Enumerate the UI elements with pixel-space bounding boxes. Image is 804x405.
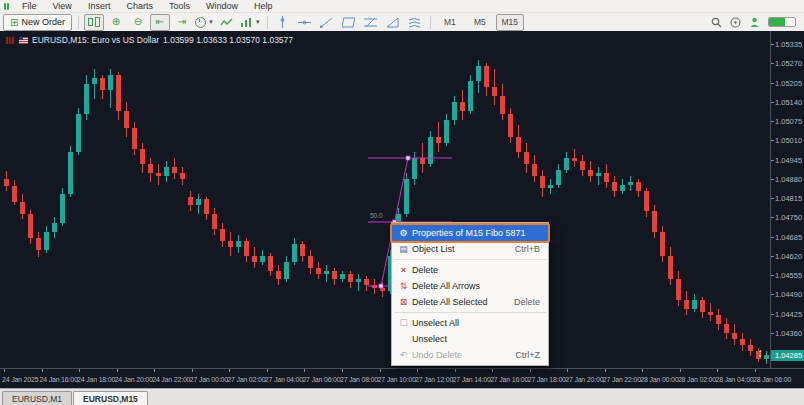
chart-tab-eurusd-m15[interactable]: EURUSD,M15	[73, 391, 148, 405]
chevron-down-icon: ▼	[255, 19, 261, 25]
timeframe-m1-button[interactable]: M1	[436, 14, 464, 31]
context-menu-item-delete-all-selected[interactable]: ⊠Delete All SelectedDelete	[392, 294, 548, 310]
fibonacci-icon	[364, 17, 377, 28]
time-label: 27 Jan 12:00	[415, 376, 453, 383]
clock-icon	[195, 17, 206, 28]
price-label: 1.04815	[775, 194, 802, 203]
equidistant-channel-tool-button[interactable]	[339, 14, 359, 31]
menu-file[interactable]: File	[14, 0, 45, 12]
menu-item-label: Unselect	[412, 334, 447, 344]
svg-text:50.0: 50.0	[370, 212, 383, 219]
context-menu-item-unselect-all[interactable]: ☐Unselect All	[392, 315, 548, 331]
time-label: 27 Jan 22:00	[603, 376, 641, 383]
crosshair-icon	[277, 16, 288, 28]
delete-icon: ×	[395, 265, 412, 275]
time-tick	[717, 369, 718, 372]
zoom-out-button[interactable]: ⊖	[128, 14, 148, 31]
time-label: 27 Jan 00:00	[190, 376, 228, 383]
mt5-logo-icon	[4, 3, 9, 10]
fibonacci-tool-button[interactable]	[361, 14, 381, 31]
delete-all-selected-icon: ⊠	[395, 297, 412, 307]
price-label: 1.04490	[775, 290, 802, 299]
time-tick	[267, 369, 268, 372]
price-tick	[771, 256, 774, 257]
mt5-window: { "menu_bar": { "items": ["File","View",…	[0, 0, 804, 405]
menu-window[interactable]: Window	[198, 0, 246, 12]
community-icon[interactable]	[749, 17, 760, 28]
menu-item-label: Delete All Selected	[412, 297, 488, 307]
time-axis[interactable]: 24 Jan 202524 Jan 16:0024 Jan 18:0024 Ja…	[0, 368, 804, 388]
object-list-icon: ▤	[395, 244, 412, 254]
menu-tools[interactable]: Tools	[161, 0, 198, 12]
time-tick	[154, 369, 155, 372]
menu-help[interactable]: Help	[246, 0, 281, 12]
trendline-tool-button[interactable]	[317, 14, 337, 31]
time-label: 27 Jan 16:00	[490, 376, 528, 383]
context-menu-item-object-list[interactable]: ▤Object ListCtrl+B	[392, 241, 548, 257]
zoom-out-icon: ⊖	[134, 17, 142, 27]
context-menu-item-delete-all-arrows[interactable]: ⇅Delete All Arrows	[392, 278, 548, 294]
timeframe-m5-button[interactable]: M5	[466, 14, 494, 31]
elliott-waves-tool-button[interactable]	[405, 14, 425, 31]
triangle-tool-button[interactable]	[383, 14, 403, 31]
time-tick	[342, 369, 343, 372]
menu-item-label: Properties of M15 Fibo 5871	[412, 228, 526, 238]
period-clock-button[interactable]: ▼	[194, 14, 215, 31]
new-order-button[interactable]: ⊞ New Order	[3, 14, 72, 31]
time-tick	[42, 369, 43, 372]
help-icon[interactable]	[730, 17, 741, 28]
time-label: 27 Jan 02:00	[227, 376, 265, 383]
chart-shift-button[interactable]: ⇥	[172, 14, 192, 31]
price-tick	[771, 63, 774, 64]
timeframe-m15-button[interactable]: M15	[496, 14, 524, 31]
context-menu-item-delete[interactable]: ×Delete	[392, 262, 548, 278]
resize-vertical-cursor-icon: ↕	[757, 346, 763, 360]
price-axis[interactable]: 1.053351.052701.052051.051401.050751.050…	[770, 31, 804, 368]
time-label: 27 Jan 18:00	[528, 376, 566, 383]
search-icon[interactable]	[711, 17, 722, 28]
price-tick	[771, 294, 774, 295]
chart-tab-bar: EURUSD,M1EURUSD,M15	[0, 388, 804, 405]
menu-insert[interactable]: Insert	[80, 0, 119, 12]
price-tick	[771, 217, 774, 218]
menu-view[interactable]: View	[45, 0, 80, 12]
undo-icon: ↶	[395, 350, 412, 360]
auto-scroll-icon: ⇤	[156, 17, 164, 27]
menu-charts[interactable]: Charts	[118, 0, 161, 12]
gear-icon: ⚙	[395, 228, 412, 238]
indicators-icon	[240, 17, 253, 28]
toolbar-separator	[78, 16, 79, 29]
chart-tab-eurusd-m1[interactable]: EURUSD,M1	[2, 391, 72, 405]
price-label: 1.05140	[775, 98, 802, 107]
line-chart-button[interactable]	[217, 14, 237, 31]
crosshair-tool-button[interactable]	[273, 14, 293, 31]
context-menu-item-properties-of-m15-fibo-5871[interactable]: ⚙Properties of M15 Fibo 5871	[392, 225, 548, 241]
context-menu-item-unselect[interactable]: Unselect	[392, 331, 548, 347]
indicators-button[interactable]: ▼	[239, 14, 262, 31]
time-label: 24 Jan 20:00	[115, 376, 153, 383]
time-tick	[4, 369, 5, 372]
auto-scroll-button[interactable]: ⇤	[150, 14, 170, 31]
time-tick	[380, 369, 381, 372]
menu-item-shortcut: Ctrl+Z	[507, 350, 540, 360]
time-tick	[79, 369, 80, 372]
chart-plot-area[interactable]: EURUSD,M15: Euro vs US Dollar 1.03599 1.…	[0, 31, 770, 368]
horizontal-line-icon	[298, 17, 311, 28]
horizontal-line-tool-button[interactable]	[295, 14, 315, 31]
fibo-retracement-object[interactable]: 50.0	[0, 31, 770, 368]
time-label: 28 Jan 00:00	[640, 376, 678, 383]
candlestick-chart-button[interactable]	[84, 14, 104, 31]
menu-item-shortcut: Ctrl+B	[507, 244, 540, 254]
toolbar-separator	[430, 16, 431, 29]
price-tick	[771, 198, 774, 199]
price-label: 1.05010	[775, 136, 802, 145]
price-label: 1.04685	[775, 233, 802, 242]
line-chart-icon	[220, 17, 233, 28]
zoom-in-button[interactable]: ⊕	[106, 14, 126, 31]
chart-ohlc-values: 1.03599 1.03633 1.03570 1.03577	[163, 35, 293, 45]
time-label: 28 Jan 02:00	[678, 376, 716, 383]
connection-status	[768, 17, 796, 27]
waves-icon	[408, 17, 421, 28]
new-order-label: New Order	[21, 17, 65, 27]
menu-item-label: Object List	[412, 244, 455, 254]
